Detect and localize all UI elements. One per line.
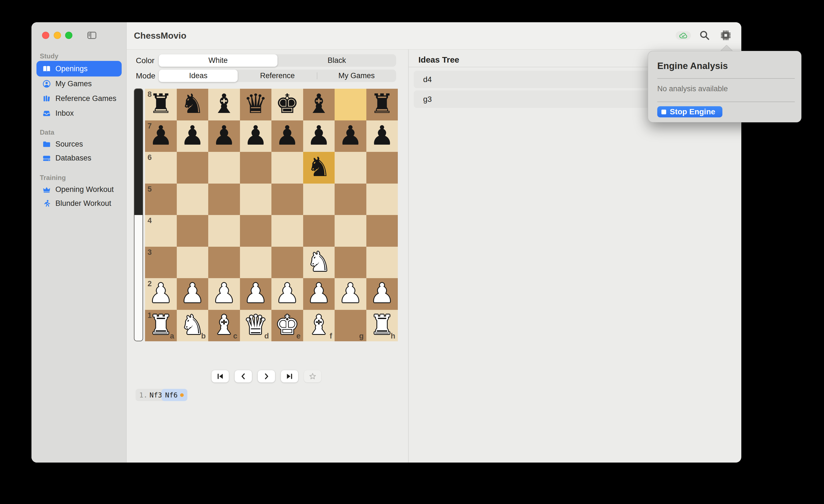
minimize-button[interactable] [54,32,61,39]
square-c3[interactable] [208,247,240,278]
square-h1[interactable]: h♜ [366,310,398,342]
move-chip-nf6[interactable]: Nf6 [162,389,187,401]
square-b7[interactable]: ♟ [177,120,208,152]
square-a7[interactable]: 7♟ [145,120,177,152]
black-rook[interactable]: ♜ [145,89,177,120]
square-g8[interactable] [335,89,366,120]
white-pawn[interactable]: ♟ [208,278,240,310]
square-e6[interactable] [272,152,303,183]
square-e7[interactable]: ♟ [272,120,303,152]
square-f5[interactable] [303,183,335,215]
previous-move-button[interactable] [235,370,252,382]
black-knight[interactable]: ♞ [177,89,208,120]
black-bishop[interactable]: ♝ [208,89,240,120]
white-queen[interactable]: ♛ [240,310,272,342]
square-h2[interactable]: ♟ [366,278,398,310]
favorite-button[interactable] [304,370,321,382]
square-b5[interactable] [177,183,208,215]
square-e1[interactable]: e♚ [272,310,303,342]
square-e2[interactable]: ♟ [272,278,303,310]
square-b3[interactable] [177,247,208,278]
square-e4[interactable] [272,215,303,247]
white-king[interactable]: ♚ [272,310,303,342]
white-pawn[interactable]: ♟ [272,278,303,310]
black-pawn[interactable]: ♟ [272,120,303,152]
sidebar-item-databases[interactable]: Databases [36,150,122,166]
square-g6[interactable] [335,152,366,183]
white-knight[interactable]: ♞ [177,310,208,342]
white-pawn[interactable]: ♟ [240,278,272,310]
square-d2[interactable]: ♟ [240,278,272,310]
square-b1[interactable]: b♞ [177,310,208,342]
square-b2[interactable]: ♟ [177,278,208,310]
black-knight[interactable]: ♞ [303,152,335,183]
black-king[interactable]: ♚ [272,89,303,120]
engine-button[interactable] [720,30,731,41]
black-pawn[interactable]: ♟ [335,120,366,152]
segment-white[interactable]: White [159,54,278,67]
square-a1[interactable]: 1a♜ [145,310,177,342]
white-pawn[interactable]: ♟ [145,278,177,310]
black-pawn[interactable]: ♟ [208,120,240,152]
sidebar-item-opening-workout[interactable]: Opening Workout [36,181,122,197]
next-move-button[interactable] [258,370,275,382]
square-f4[interactable] [303,215,335,247]
square-c4[interactable] [208,215,240,247]
stop-engine-button[interactable]: Stop Engine [657,106,722,117]
square-c7[interactable]: ♟ [208,120,240,152]
square-a5[interactable]: 5 [145,183,177,215]
square-c1[interactable]: c♝ [208,310,240,342]
square-f6[interactable]: ♞ [303,152,335,183]
square-f8[interactable]: ♝ [303,89,335,120]
black-queen[interactable]: ♛ [240,89,272,120]
sidebar-toggle-icon[interactable] [86,30,98,41]
square-e8[interactable]: ♚ [272,89,303,120]
black-pawn[interactable]: ♟ [303,120,335,152]
white-pawn[interactable]: ♟ [303,278,335,310]
segment-black[interactable]: Black [278,54,396,67]
square-f1[interactable]: f♝ [303,310,335,342]
white-pawn[interactable]: ♟ [177,278,208,310]
black-pawn[interactable]: ♟ [240,120,272,152]
square-b4[interactable] [177,215,208,247]
square-h8[interactable]: ♜ [366,89,398,120]
square-d8[interactable]: ♛ [240,89,272,120]
square-c8[interactable]: ♝ [208,89,240,120]
square-g3[interactable] [335,247,366,278]
square-g5[interactable] [335,183,366,215]
square-a3[interactable]: 3 [145,247,177,278]
search-button[interactable] [699,30,710,41]
square-g7[interactable]: ♟ [335,120,366,152]
square-f7[interactable]: ♟ [303,120,335,152]
black-rook[interactable]: ♜ [366,89,398,120]
square-a8[interactable]: 8♜ [145,89,177,120]
square-d1[interactable]: d♛ [240,310,272,342]
square-c2[interactable]: ♟ [208,278,240,310]
square-g1[interactable]: g [335,310,366,342]
square-a2[interactable]: 2♟ [145,278,177,310]
sidebar-item-sources[interactable]: Sources [36,136,122,152]
close-button[interactable] [42,32,49,39]
square-b6[interactable] [177,152,208,183]
sidebar-item-blunder-workout[interactable]: Blunder Workout [36,196,122,211]
square-c5[interactable] [208,183,240,215]
sidebar-item-openings[interactable]: Openings [36,61,122,77]
go-to-start-button[interactable] [212,370,229,382]
white-pawn[interactable]: ♟ [366,278,398,310]
white-rook[interactable]: ♜ [145,310,177,342]
square-h4[interactable] [366,215,398,247]
square-f3[interactable]: ♞ [303,247,335,278]
white-bishop[interactable]: ♝ [208,310,240,342]
white-rook[interactable]: ♜ [366,310,398,342]
white-bishop[interactable]: ♝ [303,310,335,342]
square-h3[interactable] [366,247,398,278]
square-h7[interactable]: ♟ [366,120,398,152]
segment-my-games[interactable]: My Games [317,70,396,82]
square-d7[interactable]: ♟ [240,120,272,152]
black-pawn[interactable]: ♟ [145,120,177,152]
segment-reference[interactable]: Reference [238,70,317,82]
sidebar-item-my-games[interactable]: My Games [36,76,122,92]
square-g2[interactable]: ♟ [335,278,366,310]
black-pawn[interactable]: ♟ [366,120,398,152]
cloud-sync-status[interactable] [676,31,691,40]
